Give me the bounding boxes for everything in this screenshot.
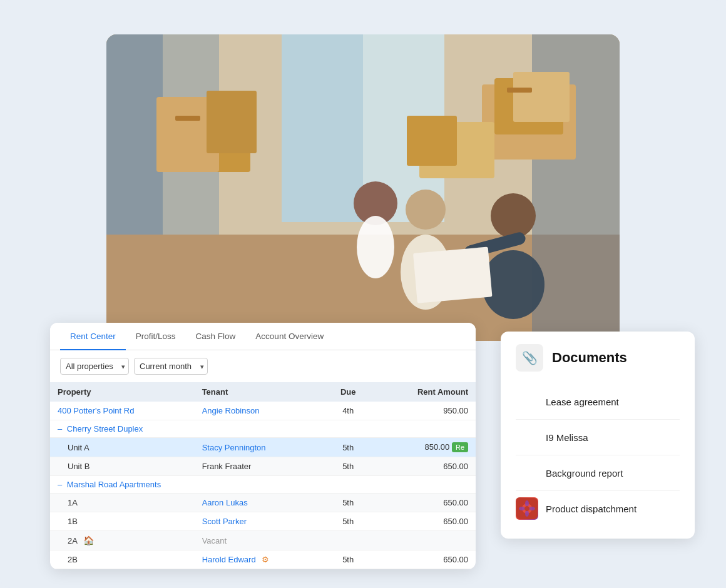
svg-rect-17 <box>175 116 200 121</box>
property-cell: 2B <box>50 550 195 569</box>
doc-icon <box>516 390 538 413</box>
property-link[interactable]: 400 Potter's Point Rd <box>58 406 134 415</box>
tenant-cell: Frank Fraater <box>195 457 324 476</box>
svg-point-22 <box>491 193 536 238</box>
list-item[interactable]: Background report <box>516 455 680 491</box>
table-row: 2B Harold Edward ⚙ 5th 650.00 <box>50 550 476 569</box>
doc-icon <box>516 426 538 449</box>
period-filter-wrapper: Current month <box>134 358 208 375</box>
group-header-cell: – Cherry Street Duplex <box>50 420 476 438</box>
paperclip-icon: 📎 <box>522 350 538 365</box>
property-filter-wrapper: All properties <box>60 358 129 375</box>
tenant-link[interactable]: Stacy Pennington <box>202 443 266 452</box>
property-filter[interactable]: All properties <box>60 358 129 375</box>
list-item[interactable]: Lease agreement <box>516 384 680 420</box>
tenant-cell: Vacant <box>195 531 324 550</box>
vacant-label: Vacant <box>202 536 227 545</box>
amount-cell <box>372 531 476 550</box>
amount-cell: 850.00 Re <box>372 438 476 457</box>
svg-rect-25 <box>413 247 493 303</box>
property-icon: 🏠 <box>83 535 94 545</box>
property-cell: Unit B <box>50 457 195 476</box>
svg-point-23 <box>482 250 544 319</box>
table-row: 2A 🏠 Vacant <box>50 531 476 550</box>
doc-icon <box>516 462 538 484</box>
doc-name: Background report <box>546 468 623 479</box>
list-item[interactable]: I9 Melissa <box>516 420 680 455</box>
doc-name: Product dispatchment <box>546 504 637 514</box>
due-cell: 5th <box>324 512 372 531</box>
group-header-row: – Cherry Street Duplex <box>50 420 476 438</box>
doc-name: I9 Melissa <box>546 432 588 443</box>
rent-table-container: Property Tenant Due Rent Amount 400 Pott… <box>50 382 476 569</box>
table-row: 1B Scott Parker 5th 650.00 <box>50 512 476 531</box>
property-cell: 1A <box>50 494 195 512</box>
tenant-link[interactable]: Scott Parker <box>202 517 247 526</box>
rent-table: Property Tenant Due Rent Amount 400 Pott… <box>50 382 476 569</box>
property-cell: 400 Potter's Point Rd <box>50 402 195 420</box>
tenant-cell: Scott Parker <box>195 512 324 531</box>
property-label: Unit A <box>58 443 89 452</box>
col-header-amount: Rent Amount <box>372 382 476 402</box>
svg-point-33 <box>524 506 529 511</box>
group-header-row: – Marshal Road Apartments <box>50 476 476 494</box>
due-cell: 5th <box>324 438 372 457</box>
tab-rent-center[interactable]: Rent Center <box>60 323 126 350</box>
svg-rect-6 <box>282 34 363 222</box>
due-cell <box>324 531 372 550</box>
col-header-tenant: Tenant <box>195 382 324 402</box>
svg-point-30 <box>525 510 529 517</box>
amount-cell: 650.00 <box>372 457 476 476</box>
property-label: 1B <box>58 517 78 526</box>
documents-header: 📎 Documents <box>516 344 680 372</box>
tab-profit-loss[interactable]: Profit/Loss <box>126 323 186 350</box>
tab-account-overview[interactable]: Account Overview <box>245 323 334 350</box>
svg-rect-15 <box>407 116 457 166</box>
tenant-link[interactable]: Angie Robinson <box>202 406 260 415</box>
amount-cell: 950.00 <box>372 402 476 420</box>
document-list: Lease agreement I9 Melissa Background re… <box>516 384 680 526</box>
svg-point-31 <box>519 507 525 510</box>
due-cell: 5th <box>324 457 372 476</box>
group-header-link[interactable]: Cherry Street Duplex <box>67 424 143 433</box>
tenant-cell: Aaron Lukas <box>195 494 324 512</box>
tenant-cell: Harold Edward ⚙ <box>195 550 324 569</box>
property-label: 2B <box>58 555 78 564</box>
warning-icon: ⚙ <box>262 555 269 564</box>
property-cell: 2A 🏠 <box>50 531 195 550</box>
filter-bar: All properties Current month <box>50 350 476 382</box>
svg-point-29 <box>525 500 529 507</box>
tab-bar: Rent Center Profit/Loss Cash Flow Accoun… <box>50 323 476 350</box>
doc-name: Lease agreement <box>546 397 619 407</box>
documents-icon: 📎 <box>516 344 543 372</box>
svg-rect-4 <box>106 34 163 235</box>
property-label: 1A <box>58 498 78 507</box>
property-label: 2A <box>58 536 77 545</box>
col-header-property: Property <box>50 382 195 402</box>
due-cell: 5th <box>324 550 372 569</box>
svg-point-20 <box>406 190 446 230</box>
tenant-link[interactable]: Harold Edward <box>202 555 256 564</box>
list-item[interactable]: Product dispatchment <box>516 491 680 526</box>
svg-rect-16 <box>507 88 532 93</box>
documents-card: 📎 Documents Lease agreement I9 Melissa B… <box>501 332 695 539</box>
svg-rect-10 <box>513 72 570 122</box>
table-row: Unit B Frank Fraater 5th 650.00 <box>50 457 476 476</box>
property-cell: Unit A <box>50 438 195 457</box>
group-header-link[interactable]: Marshal Road Apartments <box>67 480 161 489</box>
tenant-link[interactable]: Aaron Lukas <box>202 498 248 507</box>
tab-cash-flow[interactable]: Cash Flow <box>186 323 246 350</box>
rent-badge: Re <box>452 442 468 452</box>
svg-rect-13 <box>207 91 257 153</box>
due-cell: 4th <box>324 402 372 420</box>
table-row: Unit A Stacy Pennington 5th 850.00 Re <box>50 438 476 457</box>
main-container: Rent Center Profit/Loss Cash Flow Accoun… <box>0 0 726 588</box>
product-thumbnail <box>516 497 538 520</box>
period-filter[interactable]: Current month <box>134 358 208 375</box>
tenant-cell: Angie Robinson <box>195 402 324 420</box>
tenant-name: Frank Fraater <box>202 462 252 471</box>
amount-cell: 650.00 <box>372 550 476 569</box>
table-row: 1A Aaron Lukas 5th 650.00 <box>50 494 476 512</box>
table-row: 400 Potter's Point Rd Angie Robinson 4th… <box>50 402 476 420</box>
documents-title: Documents <box>552 350 627 366</box>
